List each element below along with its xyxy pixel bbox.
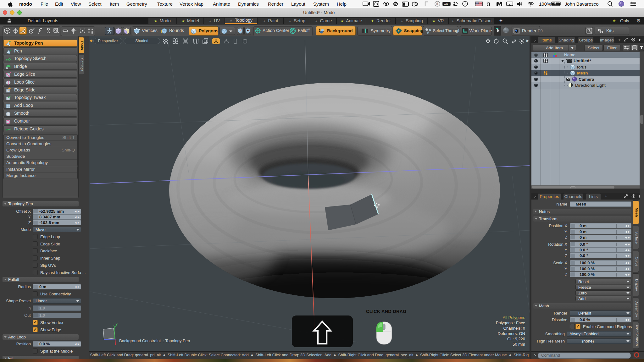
svg-text:d: d bbox=[436, 2, 438, 6]
svg-text:Y: Y bbox=[115, 322, 118, 326]
svg-text:WD: WD bbox=[444, 3, 448, 6]
